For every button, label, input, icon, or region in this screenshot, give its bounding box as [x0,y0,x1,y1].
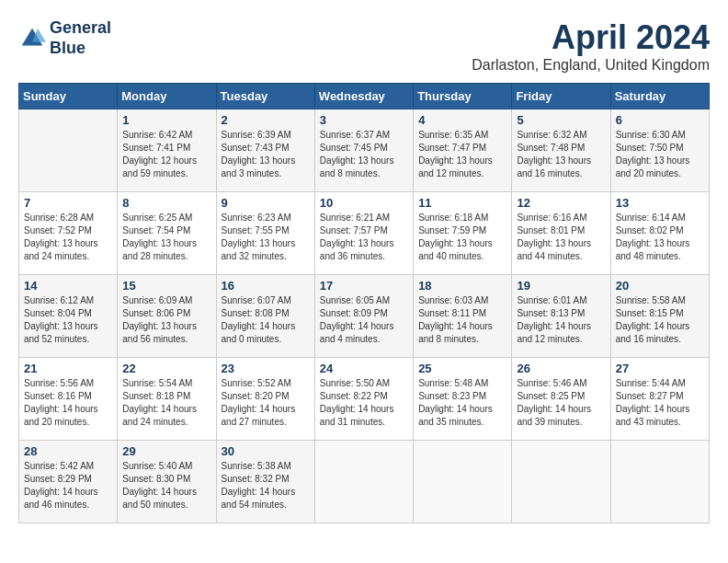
calendar-week-row: 14Sunrise: 6:12 AMSunset: 8:04 PMDayligh… [19,275,710,358]
calendar-header-row: SundayMondayTuesdayWednesdayThursdayFrid… [19,84,710,109]
header-monday: Monday [118,84,216,109]
day-info: Sunrise: 5:38 AMSunset: 8:32 PMDaylight:… [222,460,310,511]
calendar-cell: 8Sunrise: 6:25 AMSunset: 7:54 PMDaylight… [118,192,216,275]
header-wednesday: Wednesday [314,84,413,109]
title-section: April 2024 Darlaston, England, United Ki… [472,18,710,74]
day-info: Sunrise: 5:50 AMSunset: 8:22 PMDaylight:… [320,377,408,429]
calendar-cell: 7Sunrise: 6:28 AMSunset: 7:52 PMDaylight… [19,192,118,275]
day-number: 26 [517,362,605,375]
day-info: Sunrise: 6:39 AMSunset: 7:43 PMDaylight:… [222,129,310,180]
logo-text: General Blue [50,18,111,58]
calendar-cell: 21Sunrise: 5:56 AMSunset: 8:16 PMDayligh… [19,358,118,441]
calendar-week-row: 21Sunrise: 5:56 AMSunset: 8:16 PMDayligh… [19,358,710,441]
calendar-cell [314,441,413,523]
calendar-week-row: 1Sunrise: 6:42 AMSunset: 7:41 PMDaylight… [19,109,710,192]
day-info: Sunrise: 6:14 AMSunset: 8:02 PMDaylight:… [616,212,704,263]
day-info: Sunrise: 6:16 AMSunset: 8:01 PMDaylight:… [517,212,605,263]
header-thursday: Thursday [414,84,512,109]
day-number: 20 [616,279,704,293]
calendar-cell: 24Sunrise: 5:50 AMSunset: 8:22 PMDayligh… [314,358,413,441]
calendar-cell: 23Sunrise: 5:52 AMSunset: 8:20 PMDayligh… [216,358,314,441]
day-number: 3 [320,113,408,127]
location: Darlaston, England, United Kingdom [472,57,710,74]
day-info: Sunrise: 6:18 AMSunset: 7:59 PMDaylight:… [418,212,506,263]
calendar-cell: 4Sunrise: 6:35 AMSunset: 7:47 PMDaylight… [414,109,512,192]
calendar-cell: 20Sunrise: 5:58 AMSunset: 8:15 PMDayligh… [610,275,709,358]
calendar-cell: 2Sunrise: 6:39 AMSunset: 7:43 PMDaylight… [216,109,314,192]
day-number: 27 [616,362,704,375]
day-number: 21 [24,362,112,375]
day-info: Sunrise: 5:56 AMSunset: 8:16 PMDaylight:… [24,377,112,429]
day-number: 11 [418,196,506,210]
day-info: Sunrise: 5:58 AMSunset: 8:15 PMDaylight:… [616,294,704,346]
calendar-cell: 22Sunrise: 5:54 AMSunset: 8:18 PMDayligh… [118,358,216,441]
day-info: Sunrise: 5:54 AMSunset: 8:18 PMDaylight:… [122,377,210,429]
day-number: 16 [222,279,310,293]
header-sunday: Sunday [19,84,118,109]
calendar-cell: 29Sunrise: 5:40 AMSunset: 8:30 PMDayligh… [118,441,216,523]
day-number: 17 [320,279,408,293]
day-number: 6 [616,113,704,127]
day-number: 19 [517,279,605,293]
day-number: 23 [222,362,310,375]
calendar-week-row: 7Sunrise: 6:28 AMSunset: 7:52 PMDaylight… [19,192,710,275]
day-number: 29 [122,444,210,458]
day-number: 4 [418,113,506,127]
calendar-cell [512,441,610,523]
day-number: 5 [517,113,605,127]
calendar-cell: 14Sunrise: 6:12 AMSunset: 8:04 PMDayligh… [19,275,118,358]
day-info: Sunrise: 6:07 AMSunset: 8:08 PMDaylight:… [222,294,310,346]
calendar-cell [610,441,709,523]
day-number: 22 [122,362,210,375]
day-info: Sunrise: 6:25 AMSunset: 7:54 PMDaylight:… [122,212,210,263]
day-info: Sunrise: 6:35 AMSunset: 7:47 PMDaylight:… [418,129,506,180]
calendar-cell: 1Sunrise: 6:42 AMSunset: 7:41 PMDaylight… [118,109,216,192]
day-info: Sunrise: 6:03 AMSunset: 8:11 PMDaylight:… [418,294,506,346]
month-title: April 2024 [472,18,710,57]
header-saturday: Saturday [610,84,709,109]
calendar-cell: 9Sunrise: 6:23 AMSunset: 7:55 PMDaylight… [216,192,314,275]
day-info: Sunrise: 6:01 AMSunset: 8:13 PMDaylight:… [517,294,605,346]
calendar-cell: 5Sunrise: 6:32 AMSunset: 7:48 PMDaylight… [512,109,610,192]
day-info: Sunrise: 6:32 AMSunset: 7:48 PMDaylight:… [517,129,605,180]
day-info: Sunrise: 6:21 AMSunset: 7:57 PMDaylight:… [320,212,408,263]
day-number: 7 [24,196,112,210]
calendar-cell: 6Sunrise: 6:30 AMSunset: 7:50 PMDaylight… [610,109,709,192]
calendar-cell: 25Sunrise: 5:48 AMSunset: 8:23 PMDayligh… [414,358,512,441]
calendar-cell: 18Sunrise: 6:03 AMSunset: 8:11 PMDayligh… [414,275,512,358]
calendar-cell: 3Sunrise: 6:37 AMSunset: 7:45 PMDaylight… [314,109,413,192]
calendar-cell [19,109,118,192]
calendar-cell: 16Sunrise: 6:07 AMSunset: 8:08 PMDayligh… [216,275,314,358]
calendar-cell: 11Sunrise: 6:18 AMSunset: 7:59 PMDayligh… [414,192,512,275]
page-header: General Blue April 2024 Darlaston, Engla… [18,18,710,74]
day-number: 14 [24,279,112,293]
day-number: 8 [122,196,210,210]
day-info: Sunrise: 5:44 AMSunset: 8:27 PMDaylight:… [616,377,704,429]
calendar-cell: 17Sunrise: 6:05 AMSunset: 8:09 PMDayligh… [314,275,413,358]
calendar-table: SundayMondayTuesdayWednesdayThursdayFrid… [18,83,710,523]
calendar-cell: 15Sunrise: 6:09 AMSunset: 8:06 PMDayligh… [118,275,216,358]
calendar-cell: 30Sunrise: 5:38 AMSunset: 8:32 PMDayligh… [216,441,314,523]
day-info: Sunrise: 6:05 AMSunset: 8:09 PMDaylight:… [320,294,408,346]
calendar-cell: 27Sunrise: 5:44 AMSunset: 8:27 PMDayligh… [610,358,709,441]
day-info: Sunrise: 5:46 AMSunset: 8:25 PMDaylight:… [517,377,605,429]
day-number: 12 [517,196,605,210]
day-number: 2 [222,113,310,127]
header-friday: Friday [512,84,610,109]
calendar-week-row: 28Sunrise: 5:42 AMSunset: 8:29 PMDayligh… [19,441,710,523]
day-info: Sunrise: 5:40 AMSunset: 8:30 PMDaylight:… [122,460,210,511]
day-number: 24 [320,362,408,375]
day-info: Sunrise: 5:52 AMSunset: 8:20 PMDaylight:… [222,377,310,429]
day-number: 30 [222,444,310,458]
day-info: Sunrise: 6:42 AMSunset: 7:41 PMDaylight:… [122,129,210,180]
day-info: Sunrise: 6:37 AMSunset: 7:45 PMDaylight:… [320,129,408,180]
day-info: Sunrise: 6:28 AMSunset: 7:52 PMDaylight:… [24,212,112,263]
calendar-cell: 10Sunrise: 6:21 AMSunset: 7:57 PMDayligh… [314,192,413,275]
day-number: 1 [122,113,210,127]
day-info: Sunrise: 6:09 AMSunset: 8:06 PMDaylight:… [122,294,210,346]
day-number: 18 [418,279,506,293]
logo-icon [18,25,46,52]
calendar-cell: 13Sunrise: 6:14 AMSunset: 8:02 PMDayligh… [610,192,709,275]
day-number: 9 [222,196,310,210]
day-number: 10 [320,196,408,210]
